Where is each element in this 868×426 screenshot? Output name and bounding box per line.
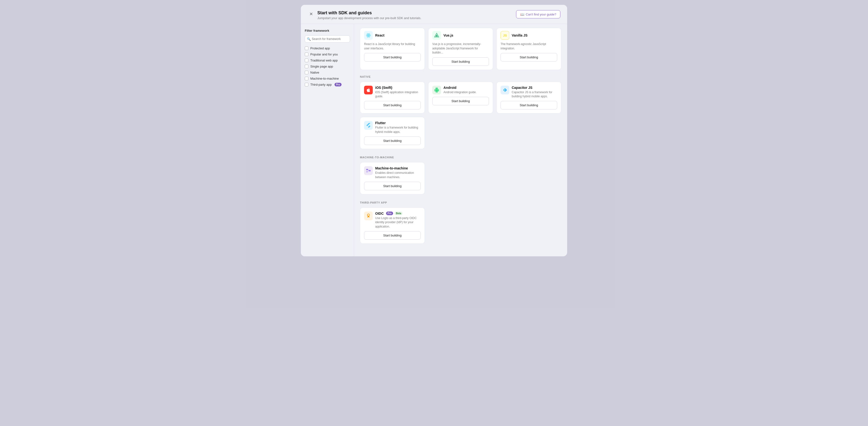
card-vanilla-top: JS Vanilla JS <box>501 31 557 40</box>
card-flutter-desc: Flutter is a framework for building hybr… <box>375 126 421 134</box>
filter-checkbox-popular[interactable] <box>305 53 308 56</box>
native-section-title: NATIVE <box>360 75 561 78</box>
modal-header: ✕ Start with SDK and guides Jumpstart yo… <box>301 5 567 24</box>
card-capacitor-desc: Capacitor JS is a framework for building… <box>512 90 557 99</box>
oidc-start-button[interactable]: Start building <box>364 231 421 240</box>
card-oidc-desc: Use Logto as a third-party OIDC identity… <box>375 216 421 229</box>
filter-item-native[interactable]: Native <box>305 71 350 74</box>
card-ios-swift-header: iOS (Swift) iOS (Swift) application inte… <box>364 86 421 99</box>
card-android-text: Android Android integration guide. <box>443 86 476 94</box>
vanilla-start-button[interactable]: Start building <box>501 53 557 61</box>
svg-rect-16 <box>369 170 371 171</box>
native-cards-grid: iOS (Swift) iOS (Swift) application inte… <box>360 82 561 114</box>
filter-label-protected-app: Protected app <box>310 47 330 50</box>
sidebar-title: Filter framework <box>305 29 350 32</box>
vanilla-icon: JS <box>501 31 509 40</box>
modal-title: Start with SDK and guides <box>317 10 421 16</box>
third-party-section-title: THIRD-PARTY APP <box>360 201 561 204</box>
card-flutter-header: Flutter Flutter is a framework for build… <box>364 121 421 134</box>
partial-cards: React React is a JavaScript library for … <box>360 28 561 70</box>
react-start-button[interactable]: Start building <box>364 53 421 61</box>
pro-badge-third-party: Pro <box>335 83 342 86</box>
ios-swift-start-button[interactable]: Start building <box>364 101 421 110</box>
react-icon <box>364 31 373 40</box>
filter-checkbox-third-party[interactable] <box>305 83 308 86</box>
capacitor-icon <box>501 86 509 94</box>
modal: ✕ Start with SDK and guides Jumpstart yo… <box>301 5 567 256</box>
svg-line-18 <box>368 171 369 172</box>
card-m2m: Machine-to-machine Enables direct commun… <box>360 162 425 194</box>
card-android-title: Android <box>443 86 476 90</box>
svg-line-17 <box>368 170 369 171</box>
capacitor-start-button[interactable]: Start building <box>501 101 557 110</box>
modal-body: Filter framework 🔍 Protected app Popular… <box>301 24 567 256</box>
m2m-section: MACHINE-TO-MACHINE <box>360 156 561 194</box>
svg-rect-14 <box>366 169 368 171</box>
card-android: Android Android integration guide. Start… <box>428 82 493 114</box>
android-icon <box>432 86 441 94</box>
filter-checkbox-single-page[interactable] <box>305 65 308 68</box>
third-party-grid: OIDC Pro Beta Use Logto as a third-party… <box>360 207 561 244</box>
filter-item-traditional-web[interactable]: Traditional web app <box>305 59 350 62</box>
card-android-desc: Android integration guide. <box>443 90 476 94</box>
card-flutter: Flutter Flutter is a framework for build… <box>360 117 425 149</box>
vue-icon <box>432 31 441 40</box>
card-react-desc: React is a JavaScript library for buildi… <box>364 42 421 51</box>
card-capacitor-text: Capacitor JS Capacitor JS is a framework… <box>512 86 557 99</box>
flutter-start-button[interactable]: Start building <box>364 136 421 145</box>
oidc-pro-badge: Pro <box>386 212 393 215</box>
sidebar: Filter framework 🔍 Protected app Popular… <box>301 24 354 256</box>
svg-marker-12 <box>368 125 370 128</box>
android-start-button[interactable]: Start building <box>432 97 489 105</box>
modal-overlay: ✕ Start with SDK and guides Jumpstart yo… <box>0 0 868 426</box>
oidc-icon <box>364 212 373 220</box>
card-vanilla-desc: The framework-agnostic JavaScript integr… <box>501 42 557 51</box>
card-react-title: React <box>375 33 384 37</box>
search-box: 🔍 <box>305 35 350 42</box>
vue-start-button[interactable]: Start building <box>432 57 489 66</box>
m2m-section-title: MACHINE-TO-MACHINE <box>360 156 561 159</box>
card-ios-swift-text: iOS (Swift) iOS (Swift) application inte… <box>375 86 421 99</box>
search-input[interactable] <box>305 35 350 42</box>
svg-point-19 <box>367 214 369 216</box>
cant-find-label: Can't find your guide? <box>526 12 556 16</box>
filter-item-single-page[interactable]: Single page app <box>305 65 350 68</box>
card-vue-desc: Vue.js is a progressive, incrementally-a… <box>432 42 489 55</box>
filter-item-third-party[interactable]: Third-party app Pro <box>305 83 350 86</box>
filter-item-m2m[interactable]: Machine-to-machine <box>305 77 350 80</box>
card-vanilla: JS Vanilla JS The framework-agnostic Jav… <box>496 28 561 70</box>
close-button[interactable]: ✕ <box>308 11 314 18</box>
partial-top-section: React React is a JavaScript library for … <box>360 28 561 70</box>
card-m2m-header: Machine-to-machine Enables direct commun… <box>364 166 421 179</box>
card-ios-swift-desc: iOS (Swift) application integration guid… <box>375 90 421 99</box>
filter-item-protected-app[interactable]: Protected app <box>305 47 350 50</box>
card-m2m-text: Machine-to-machine Enables direct commun… <box>375 166 421 179</box>
filter-checkbox-native[interactable] <box>305 71 308 74</box>
card-oidc-title: OIDC Pro Beta <box>375 212 421 215</box>
filter-label-single-page: Single page app <box>310 65 333 68</box>
card-react-top: React <box>364 31 421 40</box>
main-content: React React is a JavaScript library for … <box>354 24 567 256</box>
m2m-start-button[interactable]: Start building <box>364 182 421 190</box>
flutter-row: Flutter Flutter is a framework for build… <box>360 117 561 149</box>
filter-checkbox-traditional-web[interactable] <box>305 59 308 62</box>
card-vanilla-title: Vanilla JS <box>512 33 527 37</box>
filter-label-native: Native <box>310 71 319 74</box>
filter-checkbox-protected-app[interactable] <box>305 47 308 50</box>
card-android-header: Android Android integration guide. <box>432 86 489 94</box>
card-oidc-header: OIDC Pro Beta Use Logto as a third-party… <box>364 212 421 229</box>
card-m2m-desc: Enables direct communication between mac… <box>375 171 421 179</box>
cant-find-button[interactable]: 📖 Can't find your guide? <box>516 10 560 19</box>
card-ios-swift: iOS (Swift) iOS (Swift) application inte… <box>360 82 425 114</box>
card-capacitor-header: Capacitor JS Capacitor JS is a framework… <box>501 86 557 99</box>
filter-checkbox-m2m[interactable] <box>305 77 308 80</box>
filter-item-popular[interactable]: Popular and for you <box>305 53 350 56</box>
card-capacitor-title: Capacitor JS <box>512 86 557 90</box>
m2m-icon <box>364 166 373 175</box>
filter-label-traditional-web: Traditional web app <box>310 59 338 62</box>
card-ios-swift-title: iOS (Swift) <box>375 86 421 90</box>
book-icon: 📖 <box>520 12 524 16</box>
oidc-name: OIDC <box>375 212 384 215</box>
filter-label-m2m: Machine-to-machine <box>310 77 339 80</box>
flutter-icon <box>364 121 373 130</box>
